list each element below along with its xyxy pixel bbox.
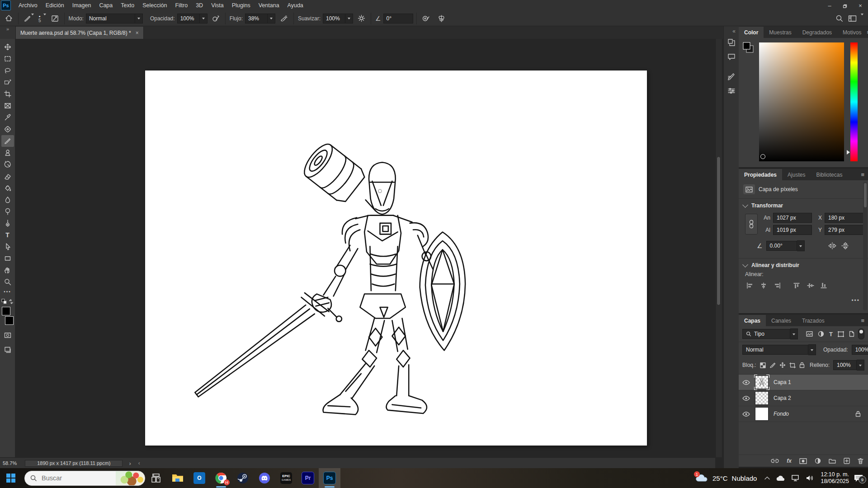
foreground-color-swatch[interactable] [2, 307, 10, 315]
menu-capa[interactable]: Capa [95, 0, 117, 11]
search-icon[interactable] [833, 14, 846, 23]
flip-horizontal-icon[interactable] [827, 242, 837, 249]
width-field[interactable]: 1027 px [773, 213, 812, 223]
background-color-swatch[interactable] [5, 316, 14, 325]
minimize-button[interactable]: – [822, 0, 837, 11]
blur-tool[interactable] [1, 194, 14, 206]
pressure-size-icon[interactable] [420, 14, 432, 23]
epic-games-button[interactable]: EPICGAMES [275, 468, 297, 488]
eyedropper-tool[interactable] [1, 112, 14, 123]
hidden-icons-chevron[interactable] [764, 476, 770, 480]
dodge-tool[interactable] [1, 206, 14, 217]
tab-capas[interactable]: Capas [739, 315, 766, 326]
healing-brush-tool[interactable] [1, 123, 14, 135]
link-layers-icon[interactable] [771, 459, 779, 463]
hand-tool[interactable] [1, 264, 14, 276]
scroll-left-icon[interactable]: ‹ [138, 460, 140, 466]
align-right-edges-icon[interactable] [772, 282, 782, 289]
menu-plugins[interactable]: Plugins [228, 0, 255, 11]
clone-source-panel-icon[interactable] [726, 85, 737, 97]
taskbar-search[interactable] [24, 471, 145, 486]
paint-bucket-tool[interactable] [1, 182, 14, 194]
height-field[interactable]: 1019 px [773, 225, 812, 235]
brushes-panel-icon[interactable] [726, 37, 737, 48]
premiere-button[interactable]: Pr [297, 468, 319, 488]
steam-button[interactable] [232, 468, 254, 488]
color-picker-cursor[interactable] [760, 154, 765, 159]
visibility-eye-icon[interactable] [742, 396, 750, 401]
menu-seleccion[interactable]: Selección [138, 0, 171, 11]
discord-button[interactable] [254, 468, 275, 488]
edit-toolbar-dots-icon[interactable]: ••• [1, 288, 14, 295]
rectangular-marquee-tool[interactable] [1, 53, 14, 65]
lock-image-pixels-icon[interactable] [769, 362, 776, 368]
hue-slider-marker[interactable] [847, 150, 852, 155]
history-brush-tool[interactable] [1, 159, 14, 170]
panel-scrollbar[interactable] [863, 182, 867, 310]
layer-thumbnail[interactable] [755, 407, 769, 421]
crop-tool[interactable] [1, 88, 14, 100]
dock-expand-icon[interactable]: « [732, 28, 736, 34]
file-explorer-button[interactable] [167, 468, 189, 488]
layer-row-capa-2[interactable]: Capa 2 [739, 390, 868, 406]
screen-mode-button[interactable] [1, 344, 14, 356]
type-tool[interactable]: T [1, 229, 14, 241]
brush-tool-preset-button[interactable] [22, 14, 36, 23]
link-dimensions-icon[interactable] [745, 214, 758, 235]
onedrive-icon[interactable] [776, 475, 785, 481]
symmetry-butterfly-icon[interactable] [435, 14, 448, 23]
menu-3d[interactable]: 3D [192, 0, 207, 11]
more-options-dots-icon[interactable]: ••• [739, 293, 868, 308]
menu-ventana[interactable]: Ventana [255, 0, 283, 11]
flow-select[interactable]: 38% [245, 14, 275, 23]
new-adjustment-layer-icon[interactable] [815, 458, 821, 464]
menu-filtro[interactable]: Filtro [171, 0, 192, 11]
vertical-scrollbar[interactable] [715, 39, 722, 457]
task-view-button[interactable] [145, 468, 167, 488]
flip-vertical-icon[interactable] [841, 242, 850, 250]
notifications-button[interactable]: 9 [854, 474, 863, 482]
zoom-tool[interactable] [1, 276, 14, 288]
filter-pixel-layers-icon[interactable] [806, 331, 813, 337]
filter-shape-layers-icon[interactable] [838, 331, 844, 337]
align-left-edges-icon[interactable] [745, 282, 755, 289]
panel-menu-icon[interactable]: ≡ [861, 317, 864, 324]
new-layer-icon[interactable] [844, 458, 850, 464]
frame-tool[interactable] [1, 100, 14, 112]
search-highlight-image[interactable] [116, 471, 145, 485]
align-bottom-edges-icon[interactable] [819, 282, 829, 289]
brush-settings-panel-icon[interactable] [726, 70, 737, 82]
brush-size-picker[interactable]: • 5 [36, 14, 43, 23]
start-button[interactable] [0, 468, 22, 488]
close-window-button[interactable]: × [853, 0, 868, 11]
smoothing-select[interactable]: 100% [323, 14, 353, 23]
quick-mask-mode-button[interactable] [1, 329, 14, 341]
layer-name[interactable]: Capa 1 [774, 379, 791, 385]
rotation-angle-select[interactable]: 0.00° [766, 240, 805, 251]
chevron-down-icon[interactable] [43, 15, 46, 22]
volume-icon[interactable] [806, 475, 814, 481]
filter-type-layers-icon[interactable]: T [829, 331, 833, 338]
chrome-button[interactable]: H [210, 468, 232, 488]
outlook-button[interactable]: O [189, 468, 210, 488]
toolbar-collapse-icon[interactable]: » [0, 26, 16, 39]
menu-vista[interactable]: Vista [207, 0, 228, 11]
layer-fill-select[interactable]: 100% [833, 360, 864, 371]
workspace-switcher-icon[interactable] [846, 14, 859, 23]
clone-stamp-tool[interactable] [1, 147, 14, 159]
align-vertical-centers-icon[interactable] [806, 282, 816, 289]
restore-button[interactable] [837, 0, 853, 11]
zoom-level-field[interactable]: 58.7% [3, 460, 17, 466]
object-selection-tool[interactable] [1, 76, 14, 88]
canvas-pasteboard[interactable] [15, 39, 715, 457]
layer-name[interactable]: Capa 2 [774, 395, 791, 401]
tab-canales[interactable]: Canales [766, 315, 797, 326]
layer-row-fondo[interactable]: Fondo [739, 406, 868, 422]
menu-edicion[interactable]: Edición [42, 0, 68, 11]
toggle-brush-settings-panel-button[interactable] [49, 14, 61, 23]
panel-menu-icon[interactable]: ≡ [861, 171, 864, 178]
tab-propiedades[interactable]: Propiedades [739, 169, 782, 180]
filter-adjustment-layers-icon[interactable] [818, 331, 824, 337]
hue-slider[interactable] [850, 42, 858, 161]
tab-color[interactable]: Color [739, 27, 764, 38]
